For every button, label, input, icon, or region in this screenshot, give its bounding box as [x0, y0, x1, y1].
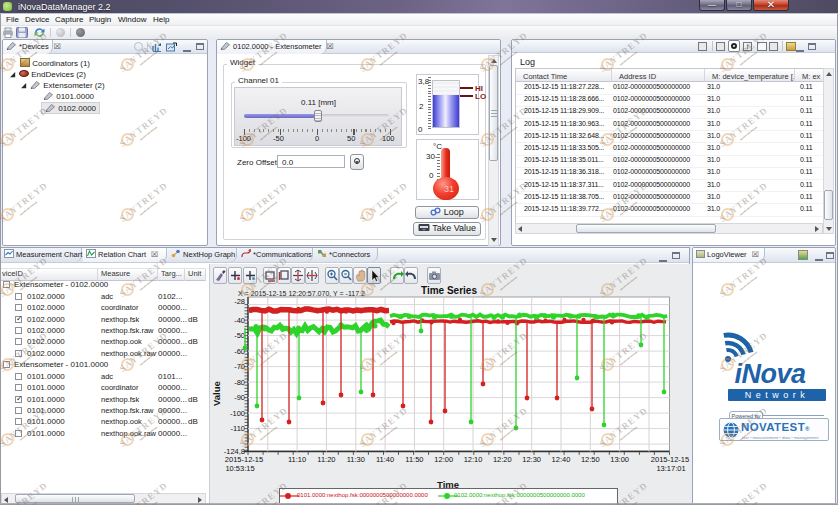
svg-text:12:30: 12:30	[522, 455, 541, 464]
svg-text:10:53:15: 10:53:15	[225, 464, 254, 473]
svg-text:13:00: 13:00	[610, 455, 629, 464]
svg-text:12:50: 12:50	[581, 455, 600, 464]
svg-text:-40: -40	[234, 316, 245, 325]
svg-text:-70: -70	[234, 362, 245, 371]
svg-text:11:30: 11:30	[347, 455, 365, 464]
svg-text:12:20: 12:20	[493, 455, 512, 464]
svg-text:12:40: 12:40	[552, 455, 571, 464]
svg-text:11:50: 11:50	[405, 455, 423, 464]
svg-text:-110: -110	[231, 424, 245, 433]
svg-text:-100: -100	[230, 409, 245, 418]
svg-text:-90: -90	[234, 393, 245, 402]
svg-text:11:20: 11:20	[317, 455, 335, 464]
svg-text:11:40: 11:40	[376, 455, 394, 464]
svg-text:13:17:01: 13:17:01	[656, 464, 685, 473]
svg-text:2015-12-15: 2015-12-15	[225, 455, 263, 464]
svg-text:-28: -28	[234, 297, 245, 306]
svg-text:-50: -50	[234, 331, 245, 340]
svg-text:2015-12-15: 2015-12-15	[651, 455, 689, 464]
svg-text:12:10: 12:10	[464, 455, 483, 464]
svg-text:12:00: 12:00	[434, 455, 453, 464]
svg-text:11:10: 11:10	[288, 455, 306, 464]
svg-text:-80: -80	[234, 378, 245, 387]
